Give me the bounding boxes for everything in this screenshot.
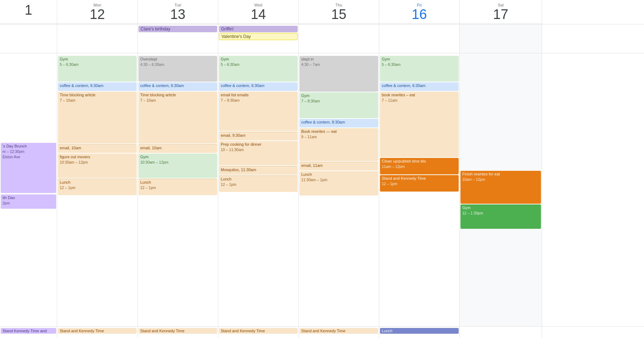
event-bookrewrites-thu[interactable]: Book rewrites — eat 9 – 11am	[299, 128, 378, 161]
bottom-cell-left: Stand Kennedy Time and	[0, 327, 57, 338]
header-row: 1 Mon 12 Tue 13 Wed 14 Thu 15 Fri 16 Sat…	[0, 0, 644, 24]
bottom-cell-fri: Lunch	[379, 327, 460, 338]
event-gym-fri[interactable]: Gym 5 – 6:30am	[380, 56, 459, 82]
day-num-left: 1	[25, 3, 32, 18]
event-email-tue[interactable]: email, 10am	[138, 144, 217, 153]
calendar-container: 1 Mon 12 Tue 13 Wed 14 Thu 15 Fri 16 Sat…	[0, 0, 644, 338]
event-gym-sat[interactable]: Gym 12 – 1:30pm	[460, 204, 541, 229]
bottom-event-fri[interactable]: Lunch	[380, 328, 459, 334]
event-timeblocking-tue[interactable]: Time blocking article 7 – 10am	[138, 92, 217, 144]
timed-col-thu: slept in 4:30 – 7am Gym 7 – 8:30am coffe…	[299, 53, 379, 326]
day-num-fri: 16	[412, 7, 427, 22]
event-prep-wed[interactable]: Prep cooking for dinner 10 – 11:30am	[219, 141, 298, 165]
event-gym-wed[interactable]: Gym 5 – 6:30am	[219, 56, 298, 82]
event-coffee-mon[interactable]: coffee & contem, 6:30am	[58, 82, 137, 91]
timed-section: 's Day Brunch m – 12:30pm Elston Ave ith…	[0, 53, 644, 326]
event-bookrewrites-fri[interactable]: book rewrites – eat 7 – 11am	[380, 92, 459, 157]
allday-cell-sat	[460, 24, 542, 53]
event-lunch-tue[interactable]: Lunch 12 – 1pm	[138, 179, 217, 195]
timed-col-left: 's Day Brunch m – 12:30pm Elston Ave ith…	[0, 53, 57, 326]
timed-col-sat: Finish rewrites for eat 10am – 12pm Gym …	[460, 53, 542, 326]
allday-cell-fri	[379, 24, 460, 53]
event-mosquitos-wed[interactable]: Mosquitos, 11:30am	[219, 166, 298, 175]
allday-event-valentines[interactable]: Valentine's Day	[219, 33, 298, 40]
timed-col-tue: Overslept 4:30 – 6:30am coffee & contem,…	[138, 53, 218, 326]
event-lunch-wed[interactable]: Lunch 12 – 1pm	[219, 175, 298, 192]
day-num-thu: 15	[331, 7, 346, 22]
col-header-left: 1	[0, 0, 57, 24]
event-coffee-thu[interactable]: coffee & contem, 8:30am	[299, 119, 378, 127]
allday-cell-left	[0, 24, 57, 53]
event-gym-mon[interactable]: Gym 5 – 6:30am	[58, 56, 137, 82]
event-lunch-thu[interactable]: Lunch 11:30am – 1pm	[299, 171, 378, 195]
col-header-tue: Tue 13	[138, 0, 218, 24]
day-num-tue: 13	[170, 7, 185, 22]
event-gym-tue[interactable]: Gym 10:30am – 12pm	[138, 154, 217, 178]
timed-col-fri: Gym 5 – 6:30am coffee & contem, 6:30am b…	[379, 53, 460, 326]
bottom-cell-thu: Stand and Kennedy Time	[299, 327, 379, 338]
event-cleanup-fri[interactable]: Clean up/publish time blo 11am – 12pm	[380, 158, 459, 174]
col-header-wed: Wed 14	[218, 0, 299, 24]
bottom-event-thu[interactable]: Stand and Kennedy Time	[299, 328, 378, 334]
bottom-event-left[interactable]: Stand Kennedy Time and	[1, 328, 56, 334]
bottom-event-mon[interactable]: Stand and Kennedy Time	[58, 328, 137, 334]
bottom-event-tue[interactable]: Stand and Kennedy Time	[138, 328, 217, 334]
allday-cell-mon	[57, 24, 138, 53]
event-email-thu[interactable]: email, 11am	[299, 162, 378, 170]
event-emaillist-wed[interactable]: email list emails 7 – 9:30am	[219, 92, 298, 131]
event-coffee-fri[interactable]: coffee & contem, 6:30am	[380, 82, 459, 91]
event-email-mon[interactable]: email, 10am	[58, 144, 137, 153]
bottom-cell-tue: Stand and Kennedy Time	[138, 327, 218, 338]
allday-event-griffin[interactable]: Griffin!	[219, 26, 298, 32]
bottom-cell-mon: Stand and Kennedy Time	[57, 327, 138, 338]
event-gym-thu[interactable]: Gym 7 – 8:30am	[299, 92, 378, 118]
event-lunch-mon[interactable]: Lunch 12 – 1pm	[58, 179, 137, 195]
event-email930-wed[interactable]: email, 9:30am	[219, 132, 298, 140]
col-header-thu: Thu 15	[299, 0, 379, 24]
allday-cell-tue: Clare's birthday	[138, 24, 218, 53]
event-coffee-wed[interactable]: coffee & contem, 6:30am	[219, 82, 298, 91]
event-timeblocking-mon[interactable]: Time blocking article 7 – 10am	[58, 92, 137, 144]
sat-spacer	[460, 55, 541, 170]
bottom-cell-wed: Stand and Kennedy Time	[218, 327, 299, 338]
timed-col-mon: Gym 5 – 6:30am coffee & contem, 6:30am T…	[57, 53, 138, 326]
event-coffee-tue[interactable]: coffee & contem, 6:30am	[138, 82, 217, 91]
event-brunch[interactable]: 's Day Brunch m – 12:30pm Elston Ave	[1, 143, 56, 193]
bottom-cell-sat	[460, 327, 542, 338]
col-header-mon: Mon 12	[57, 0, 138, 24]
col-header-fri: Fri 16	[379, 0, 460, 24]
bottom-event-wed[interactable]: Stand and Kennedy Time	[219, 328, 298, 334]
event-finish-rewrites-sat[interactable]: Finish rewrites for eat 10am – 12pm	[460, 171, 541, 204]
day-num-wed: 14	[251, 7, 266, 22]
day-num-mon: 12	[90, 7, 105, 22]
allday-section: Clare's birthday Griffin! Valentine's Da…	[0, 24, 644, 53]
allday-cell-wed: Griffin! Valentine's Day	[218, 24, 299, 53]
bottom-bar: Stand Kennedy Time and Stand and Kennedy…	[0, 326, 644, 338]
day-num-sat: 17	[493, 7, 508, 22]
allday-event-clares-birthday[interactable]: Clare's birthday	[138, 26, 217, 32]
col-header-sat: Sat 17	[460, 0, 542, 24]
event-stand-kennedy-fri[interactable]: Stand and Kennedy Time 12 – 1pm	[380, 175, 459, 192]
event-overslept-tue[interactable]: Overslept 4:30 – 6:30am	[138, 56, 217, 82]
event-sleptin-thu[interactable]: slept in 4:30 – 7am	[299, 56, 378, 92]
timed-col-wed: Gym 5 – 6:30am coffee & contem, 6:30am e…	[218, 53, 299, 326]
event-with-dan[interactable]: ith Dan 2pm	[1, 194, 56, 209]
allday-cell-thu	[299, 24, 379, 53]
event-movers-mon[interactable]: figure out movers 10:30am – 12pm	[58, 154, 137, 178]
